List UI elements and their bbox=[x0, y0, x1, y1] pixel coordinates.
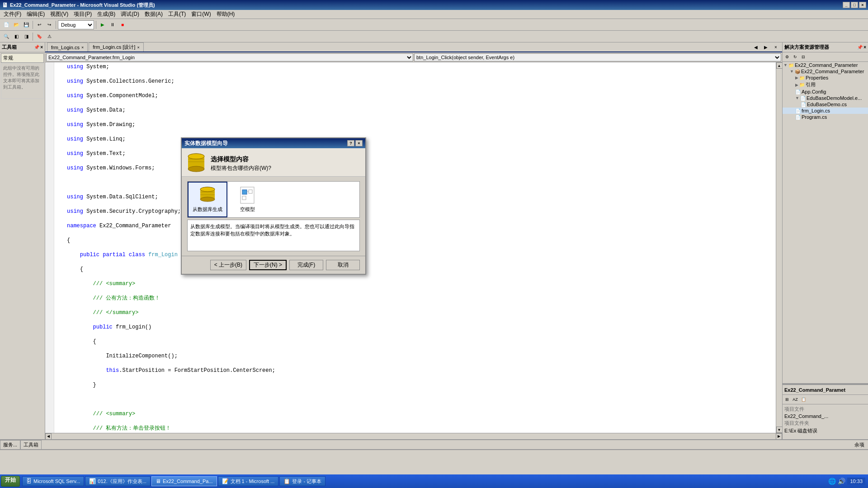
se-collapse-button[interactable]: ⊟ bbox=[800, 53, 807, 61]
menu-window[interactable]: 窗口(W) bbox=[189, 9, 213, 19]
horizontal-scrollbar[interactable]: ◀ ▶ bbox=[45, 433, 782, 439]
prop-alpha-button[interactable]: AZ bbox=[792, 396, 799, 403]
prop-path-value-row: E:\Ex 磁盘错误 bbox=[784, 427, 866, 435]
tab-scroll-right[interactable]: ▶ bbox=[761, 42, 770, 52]
solution-root[interactable]: ▼ 📁 Ex22_Command_Parameter bbox=[783, 62, 868, 68]
menu-build[interactable]: 生成(B) bbox=[94, 9, 118, 19]
solution-explorer-close[interactable]: × bbox=[863, 45, 866, 50]
pause-button[interactable]: ⏸ bbox=[108, 20, 117, 29]
tab-label-0: frm_Login.cs bbox=[51, 45, 80, 50]
dialog-choice-from-db[interactable]: 从数据库生成 bbox=[188, 182, 227, 217]
prop-project-value: Ex22_Command_... bbox=[784, 413, 828, 419]
taskbar-item-homework[interactable]: 📊 012.《应用》作业表... bbox=[85, 476, 151, 486]
toolbox-pin-button[interactable]: 📌 bbox=[34, 45, 39, 50]
references-folder[interactable]: ▶ 📁 引用 bbox=[783, 81, 868, 89]
new-project-button[interactable]: 📄 bbox=[2, 20, 11, 29]
menu-data[interactable]: 数据(A) bbox=[142, 9, 165, 19]
taskbar-item-notepad[interactable]: 📋 登录 - 记事本 bbox=[279, 476, 326, 486]
se-refresh-button[interactable]: ↻ bbox=[792, 53, 799, 61]
tab-close-0[interactable]: × bbox=[81, 45, 84, 50]
dialog-finish-button[interactable]: 完成(F) bbox=[289, 260, 323, 270]
edm-cs-file[interactable]: 📄 EduBaseDemo.cs bbox=[783, 101, 868, 108]
undo-button[interactable]: ↩ bbox=[35, 20, 44, 29]
frm-login-label: frm_Login.cs bbox=[802, 108, 830, 113]
taskbar-item-sql[interactable]: 🗄 Microsoft SQL Serv... bbox=[22, 476, 84, 486]
project-node[interactable]: ▼ 📦 Ex22_Command_Parameter bbox=[783, 68, 868, 75]
dialog-back-button[interactable]: < 上一步(B) bbox=[210, 260, 246, 270]
title-bar-buttons: _ □ × bbox=[843, 2, 866, 8]
prop-path-row: 项目文件夹 bbox=[784, 419, 866, 427]
prop-pages-button[interactable]: 📋 bbox=[800, 396, 807, 403]
taskbar-item-vs[interactable]: 🖥 Ex22_Command_Pa... bbox=[151, 476, 217, 486]
debug-config-select[interactable]: Debug Release bbox=[58, 20, 94, 29]
menu-tools[interactable]: 工具(T) bbox=[165, 9, 189, 19]
scroll-right-button[interactable]: ▶ bbox=[776, 433, 782, 440]
menu-edit[interactable]: 编辑(E) bbox=[24, 9, 47, 19]
save-button[interactable]: 💾 bbox=[22, 20, 31, 29]
edm-model-file[interactable]: ▼ 📄 EduBaseDemoModel.e... bbox=[783, 95, 868, 101]
prop-category-button[interactable]: ⊞ bbox=[783, 396, 791, 403]
menu-debug[interactable]: 调试(D) bbox=[118, 9, 142, 19]
tab-close-all[interactable]: × bbox=[771, 42, 780, 52]
from-database-svg bbox=[199, 186, 216, 204]
solution-explorer-panel: 解决方案资源管理器 📌 × ⚙ ↻ ⊟ ▼ 📁 Ex22_Command_Par… bbox=[783, 42, 868, 385]
frm-login-file[interactable]: 📄 frm_Login.cs bbox=[783, 108, 868, 114]
prop-project-value-row: Ex22_Command_... bbox=[784, 413, 866, 419]
solution-explorer-pin[interactable]: 📌 bbox=[857, 45, 863, 50]
scroll-up-button[interactable]: ▲ bbox=[776, 62, 783, 69]
se-properties-button[interactable]: ⚙ bbox=[783, 53, 791, 61]
toolbox-section-header[interactable]: 常规 bbox=[1, 53, 44, 63]
start-button[interactable]: ▶ bbox=[98, 20, 107, 29]
maximize-button[interactable]: □ bbox=[851, 2, 858, 8]
align-left-button[interactable]: ◧ bbox=[12, 32, 21, 41]
taskbar-item-notepad-icon: 📋 bbox=[283, 478, 290, 484]
bookmark-button[interactable]: 🔖 bbox=[35, 32, 44, 41]
taskbar-item-word[interactable]: 📝 文档 1 - Microsoft ... bbox=[218, 476, 279, 486]
svg-rect-14 bbox=[249, 190, 252, 193]
menu-view[interactable]: 视图(V) bbox=[47, 9, 71, 19]
program-file[interactable]: 📄 Program.cs bbox=[783, 114, 868, 120]
stop-button[interactable]: ■ bbox=[118, 20, 127, 29]
tab-bar: frm_Login.cs × frm_Login.cs [设计] × ◀ ▶ × bbox=[45, 42, 782, 52]
method-select[interactable]: btn_Login_Click(object sender, EventArgs… bbox=[414, 53, 781, 61]
services-tab[interactable]: 服务... bbox=[0, 440, 20, 450]
toolbox-tab[interactable]: 工具箱 bbox=[20, 440, 42, 450]
tab-frm-login-cs[interactable]: frm_Login.cs × bbox=[47, 42, 88, 52]
program-label: Program.cs bbox=[802, 114, 827, 120]
redo-button[interactable]: ↪ bbox=[45, 20, 54, 29]
tab-frm-login-design[interactable]: frm_Login.cs [设计] × bbox=[89, 42, 143, 52]
solution-explorer-toolbar: ⚙ ↻ ⊟ bbox=[783, 52, 868, 62]
dialog-close-button[interactable]: × bbox=[355, 140, 363, 146]
format-button[interactable]: 🔍 bbox=[2, 32, 11, 41]
dialog-cancel-button[interactable]: 取消 bbox=[326, 260, 360, 270]
references-label: 引用 bbox=[806, 81, 816, 88]
tab-close-1[interactable]: × bbox=[137, 45, 139, 50]
scroll-down-button[interactable]: ▼ bbox=[776, 427, 783, 433]
dialog-choice-empty-model[interactable]: 空模型 bbox=[227, 182, 267, 217]
start-button[interactable]: 开始 bbox=[1, 476, 20, 487]
class-select[interactable]: Ex22_Command_Parameter.frm_Login bbox=[46, 53, 413, 61]
properties-folder[interactable]: ▶ 📁 Properties bbox=[783, 75, 868, 81]
svg-point-3 bbox=[188, 154, 204, 159]
frm-login-icon: 📄 bbox=[795, 108, 801, 113]
close-button[interactable]: × bbox=[859, 2, 866, 8]
align-right-button[interactable]: ◨ bbox=[22, 32, 31, 41]
dialog-header-icon bbox=[187, 153, 205, 174]
properties-expand-icon: ▶ bbox=[795, 75, 798, 80]
scroll-left-button[interactable]: ◀ bbox=[45, 433, 52, 440]
tab-scroll-left[interactable]: ◀ bbox=[751, 42, 760, 52]
vertical-scrollbar[interactable]: ▲ ▼ bbox=[776, 62, 782, 433]
code-editor[interactable]: using System; using System.Collections.G… bbox=[54, 62, 776, 433]
dialog-next-button[interactable]: 下一步(N) > bbox=[249, 260, 287, 270]
open-button[interactable]: 📂 bbox=[12, 20, 21, 29]
error-list-button[interactable]: ⚠ bbox=[45, 32, 54, 41]
minimize-button[interactable]: _ bbox=[843, 2, 850, 8]
menu-file[interactable]: 文件(F) bbox=[1, 9, 24, 19]
app-config-file[interactable]: 📄 App.Config bbox=[783, 89, 868, 95]
solution-icon: 📁 bbox=[788, 63, 794, 68]
dialog-question-button[interactable]: ? bbox=[347, 140, 354, 146]
clock: 10:33 bbox=[847, 478, 865, 485]
toolbox-close-button[interactable]: × bbox=[40, 45, 43, 50]
menu-help[interactable]: 帮助(H) bbox=[214, 9, 238, 19]
menu-project[interactable]: 项目(P) bbox=[71, 9, 94, 19]
